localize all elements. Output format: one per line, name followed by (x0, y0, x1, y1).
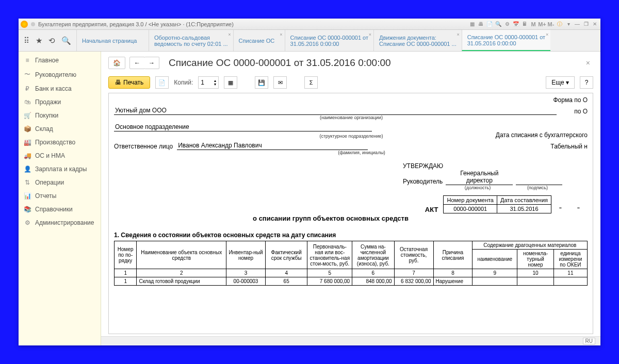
mail-button[interactable]: ✉ (273, 76, 287, 89)
tab-close-icon[interactable]: × (228, 32, 231, 37)
table-row: 1Склад готовой продукции00-000003657 680… (115, 277, 588, 286)
table-button[interactable]: ▦ (224, 76, 237, 89)
cart-icon: 🛒 (24, 112, 31, 119)
sidebar-label: Операции (35, 179, 64, 186)
tab-doc1[interactable]: Списание ОС 0000-000001 от31.05.2016 0:0… (285, 30, 373, 51)
chart-icon: 〜 (24, 70, 31, 79)
sidebar-label: Покупки (35, 112, 58, 119)
sidebar-label: Справочники (35, 206, 73, 213)
more-button[interactable]: Еще ▾ (546, 76, 575, 89)
sidebar-item-admin[interactable]: ⚙Администрирование (19, 216, 101, 229)
maximize-icon[interactable]: ❐ (582, 21, 590, 28)
sidebar-label: Продажи (35, 98, 61, 106)
sidebar-item-main[interactable]: ≡Главное (19, 54, 101, 67)
act-subtitle: о списании групп объектов основных средс… (176, 214, 485, 222)
dept-caption: (структурное подразделение) (310, 134, 393, 139)
star-icon[interactable]: ★ (36, 36, 42, 45)
sidebar-item-operations[interactable]: ⇅Операции (19, 176, 101, 189)
home-button[interactable]: 🏠 (108, 57, 125, 69)
sidebar-label: Банк и касса (35, 85, 72, 92)
minimize-icon[interactable]: — (574, 21, 581, 28)
person-caption: (фамилия, инициалы) (336, 150, 387, 155)
form-code-okpo: по О (557, 108, 588, 115)
page-close-icon[interactable]: × (583, 59, 593, 67)
mem-mplus[interactable]: M+ (539, 21, 546, 28)
dept-field: Основное подразделение (114, 123, 372, 131)
sys-icon[interactable]: 📄 (486, 21, 493, 28)
sidebar-label: Зарплата и кадры (35, 166, 87, 173)
tab-movements[interactable]: Движения документа:Списание ОС 0000-0000… (373, 30, 462, 51)
box-icon: 📦 (24, 125, 31, 133)
sidebar-item-sales[interactable]: 🛍Продажи (19, 95, 101, 109)
lang-indicator[interactable]: RU (583, 338, 595, 344)
copies-input[interactable]: 1▴▾ (198, 76, 219, 89)
org-field: Уютный дом ООО (114, 107, 557, 115)
truck-icon: 🚚 (24, 152, 31, 159)
sidebar-item-salary[interactable]: 👤Зарплата и кадры (19, 162, 101, 176)
forward-button[interactable]: → (144, 57, 159, 69)
sys-icon[interactable]: 🔍 (495, 21, 502, 28)
print-button[interactable]: 🖶Печать (108, 76, 150, 89)
docnum-value: 0000-000001 (444, 205, 497, 213)
tab-doc2[interactable]: Списание ОС 0000-000001 от31.05.2016 0:0… (462, 30, 550, 51)
tabs-bar: ⠿ ★ ⟲ 🔍 Начальная страница Оборотно-саль… (19, 30, 600, 52)
docdate-header: Дата составления (497, 196, 551, 205)
tab-close-icon[interactable]: × (280, 32, 282, 37)
transfer-icon: ⇅ (24, 179, 31, 186)
sidebar-label: ОС и НМА (35, 152, 65, 159)
close-icon[interactable]: ✕ (591, 21, 598, 28)
save-button[interactable]: 💾 (255, 76, 268, 89)
act-label: АКТ (425, 206, 438, 213)
tab-close-icon[interactable]: × (457, 32, 459, 37)
sidebar-label: Склад (35, 125, 53, 133)
dropdown-icon[interactable]: ▾ (565, 21, 572, 28)
help-button[interactable]: ? (580, 76, 593, 89)
sidebar-label: Руководителю (35, 71, 76, 78)
sidebar-item-reports[interactable]: 📊Отчеты (19, 189, 101, 203)
status-bar: RU (101, 336, 600, 345)
sidebar-item-assets[interactable]: 🚚ОС и НМА (19, 149, 101, 162)
page-title: Списание ОС 0000-000001 от 31.05.2016 0:… (169, 57, 391, 69)
window-title: Бухгалтерия предприятия, редакция 3.0 / … (38, 21, 468, 27)
sidebar-item-bank[interactable]: ₽Банк и касса (19, 82, 101, 95)
tab-close-icon[interactable]: × (369, 32, 371, 37)
docnum-header: Номер документа (444, 196, 497, 205)
tab-spisanie[interactable]: Списание ОС× (233, 30, 285, 51)
doc-number-table: Номер документаДата составления 0000-000… (443, 195, 551, 213)
sys-icon[interactable]: 📅 (512, 21, 519, 28)
sum-button[interactable]: Σ (304, 76, 318, 89)
status-dot (31, 22, 35, 26)
rukov-label: Руководитель (403, 178, 443, 185)
sys-icon[interactable]: 🖶 (477, 21, 484, 28)
sidebar-item-purchases[interactable]: 🛒Покупки (19, 109, 101, 122)
tab-osv[interactable]: Оборотно-сальдоваяведомость по счету 02:… (149, 30, 233, 51)
search-icon[interactable]: 🔍 (61, 36, 71, 45)
tab-close-icon[interactable]: × (546, 32, 548, 37)
titlebar: Бухгалтерия предприятия, редакция 3.0 / … (19, 19, 600, 30)
sys-icon[interactable]: 🖩 (521, 21, 528, 28)
factory-icon: 🏭 (24, 139, 31, 146)
mem-m[interactable]: M (530, 21, 537, 28)
sidebar-item-warehouse[interactable]: 📦Склад (19, 122, 101, 136)
printer-icon: 🖶 (115, 79, 121, 86)
person-field: Иванов Александр Павлович (177, 142, 368, 150)
sidebar-item-catalogs[interactable]: 📚Справочники (19, 203, 101, 216)
history-icon[interactable]: ⟲ (48, 36, 55, 45)
sidebar-item-production[interactable]: 🏭Производство (19, 136, 101, 149)
back-button[interactable]: ← (129, 57, 145, 69)
sig-caption: (подпись) (514, 185, 561, 190)
info-icon[interactable]: ⓘ (556, 21, 563, 28)
tab-start[interactable]: Начальная страница (76, 30, 149, 51)
section1-title: 1. Сведения о состоянии объектов основны… (114, 231, 588, 239)
bag-icon: 🛍 (24, 98, 31, 106)
form-code-okud: Форма по О (114, 96, 588, 104)
sys-icon[interactable]: ⚙ (503, 21, 511, 28)
apps-icon[interactable]: ⠿ (24, 36, 29, 45)
sys-icon[interactable]: ▦ (468, 21, 476, 28)
sidebar-label: Производство (35, 139, 75, 146)
position-field: Генеральный директор (446, 170, 513, 185)
sidebar-item-manager[interactable]: 〜Руководителю (19, 67, 101, 82)
preview-button[interactable]: 📄 (155, 76, 169, 89)
sidebar-label: Администрирование (35, 219, 94, 226)
mem-mminus[interactable]: M- (547, 21, 555, 28)
